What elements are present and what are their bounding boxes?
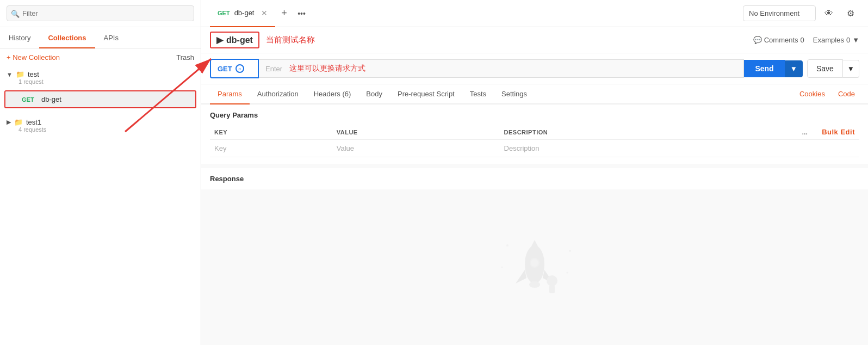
subtab-authorization[interactable]: Authorization (250, 84, 306, 104)
chevron-down-icon: ▼ (852, 36, 859, 44)
save-button[interactable]: Save (807, 59, 843, 78)
subtab-tests[interactable]: Tests (462, 84, 494, 104)
folder-icon: 📁 (16, 70, 24, 78)
environment-dropdown[interactable]: No Environment (743, 5, 816, 21)
send-dropdown-button[interactable]: ▼ (785, 60, 803, 77)
svg-marker-2 (516, 270, 526, 284)
cookies-link[interactable]: Cookies (795, 84, 829, 103)
col-desc-header: DESCRIPTION (500, 125, 794, 140)
send-button[interactable]: Send (744, 60, 784, 77)
request-name-display[interactable]: ▶ db-get (210, 32, 259, 48)
examples-count: 0 (846, 36, 850, 44)
tabs-bar: GET db-get ✕ + ••• (210, 0, 310, 27)
col-key-header: KEY (210, 125, 332, 140)
value-cell[interactable]: Value (332, 140, 500, 157)
query-params-section: Query Params KEY VALUE DESCRIPTION ... B… (201, 104, 868, 164)
comments-count: 0 (801, 36, 804, 44)
subtab-headers[interactable]: Headers (6) (306, 84, 359, 104)
svg-rect-7 (549, 285, 555, 293)
tab-collections[interactable]: Collections (39, 27, 95, 48)
bulk-cell (816, 140, 859, 157)
new-collection-button[interactable]: + New Collection (7, 53, 60, 61)
request-name-bar: ▶ db-get 当前测试名称 💬 Comments 0 Examples 0 … (201, 27, 868, 53)
col-bulk-header: Bulk Edit (816, 125, 859, 140)
collection-test[interactable]: ▼ 📁 test 1 request (0, 66, 201, 89)
subtab-settings[interactable]: Settings (494, 84, 535, 104)
sidebar: 🔍 History Collections APIs + New Collect… (0, 0, 201, 345)
tab-add-button[interactable]: + (276, 5, 293, 22)
rocket-svg (491, 235, 578, 300)
query-params-title: Query Params (210, 111, 859, 119)
svg-point-4 (530, 258, 539, 267)
main-panel: GET db-get ✕ + ••• No Environment 👁 ⚙ (201, 0, 868, 345)
tab-db-get[interactable]: GET db-get ✕ (210, 0, 275, 27)
tab-method-badge: GET (218, 10, 230, 16)
table-row: Key Value Description (210, 140, 859, 157)
save-dropdown-button[interactable]: ▼ (843, 60, 859, 78)
svg-point-11 (567, 272, 568, 274)
svg-point-8 (506, 244, 509, 247)
tab-name-label: db-get (234, 9, 255, 17)
eye-icon[interactable]: 👁 (820, 5, 838, 22)
comments-label: Comments (764, 36, 798, 44)
sidebar-tabs: History Collections APIs (0, 27, 201, 49)
collection-meta: 4 requests (18, 126, 194, 133)
tab-close-button[interactable]: ✕ (261, 9, 268, 17)
collection-meta: 1 request (18, 78, 194, 85)
sidebar-search-area: 🔍 (0, 0, 201, 27)
env-selector: No Environment 👁 ⚙ (743, 5, 859, 22)
sidebar-content: ▼ 📁 test 1 request GET db-get ▶ 📁 test1 … (0, 66, 201, 345)
request-name-label: db-get (41, 95, 61, 103)
method-selector[interactable]: GET ○ (210, 59, 259, 78)
gear-icon[interactable]: ⚙ (842, 5, 859, 22)
main-header: GET db-get ✕ + ••• No Environment 👁 ⚙ (201, 0, 868, 27)
trash-button[interactable]: Trash (176, 53, 194, 61)
chevron-down-icon: ▼ (7, 71, 13, 78)
examples-label: Examples (813, 36, 844, 44)
collection-name: test1 (26, 118, 41, 126)
sub-tabs: Params Authorization Headers (6) Body Pr… (201, 84, 868, 104)
svg-point-5 (529, 281, 540, 288)
annotation-name-text: 当前测试名称 (266, 35, 315, 45)
method-label: GET (218, 65, 232, 73)
tab-history[interactable]: History (0, 27, 39, 48)
code-link[interactable]: Code (834, 84, 859, 103)
params-table: KEY VALUE DESCRIPTION ... Bulk Edit Key … (210, 125, 859, 157)
collection-test1[interactable]: ▶ 📁 test1 4 requests (0, 114, 201, 137)
svg-point-9 (569, 250, 571, 252)
comments-button[interactable]: 💬 Comments 0 (753, 36, 804, 44)
request-item-db-get[interactable]: GET db-get (4, 90, 196, 108)
method-circle-icon: ○ (235, 64, 244, 73)
tab-apis[interactable]: APIs (95, 27, 127, 48)
examples-button[interactable]: Examples 0 ▼ (813, 36, 859, 44)
folder-icon: 📁 (14, 118, 23, 126)
chevron-right-small-icon: ▶ (216, 35, 223, 45)
chevron-right-icon: ▶ (7, 119, 11, 126)
response-section: Response (201, 168, 868, 189)
svg-marker-1 (525, 240, 544, 259)
desc-cell[interactable]: Description (500, 140, 794, 157)
key-cell[interactable]: Key (210, 140, 332, 157)
subtab-pre-request[interactable]: Pre-request Script (390, 84, 462, 104)
filter-input[interactable] (7, 5, 194, 21)
search-icon: 🔍 (11, 9, 20, 17)
rocket-illustration-area (201, 189, 868, 345)
comment-icon: 💬 (753, 36, 762, 44)
url-bar: GET ○ Enter 这里可以更换请求方式 Send ▼ Save ▼ (201, 53, 868, 84)
svg-point-10 (501, 267, 503, 268)
request-name-text: db-get (226, 35, 253, 45)
bulk-edit-button[interactable]: Bulk Edit (822, 128, 855, 136)
svg-point-6 (547, 275, 557, 286)
method-badge: GET (22, 96, 37, 103)
col-dots-header: ... (794, 125, 816, 140)
response-title: Response (210, 175, 859, 183)
collection-name: test (28, 70, 39, 78)
col-value-header: VALUE (332, 125, 500, 140)
url-input[interactable] (259, 59, 744, 78)
url-input-wrap: Enter 这里可以更换请求方式 (259, 59, 744, 78)
subtab-params[interactable]: Params (210, 84, 250, 104)
tab-more-button[interactable]: ••• (294, 5, 310, 22)
sidebar-actions: + New Collection Trash (0, 49, 201, 66)
dots-cell (794, 140, 816, 157)
subtab-body[interactable]: Body (358, 84, 390, 104)
